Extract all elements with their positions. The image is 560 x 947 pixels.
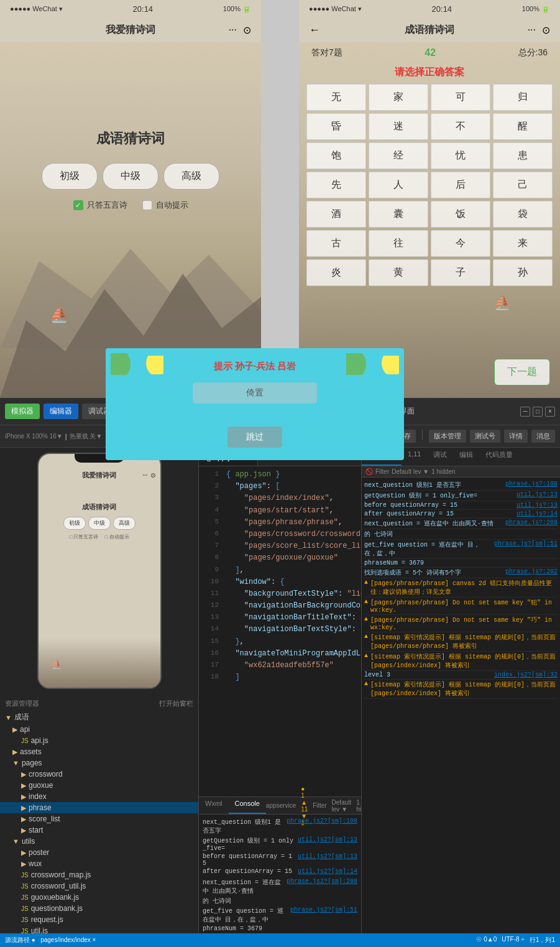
console-tab-edit[interactable]: 编辑: [453, 448, 479, 466]
file-item-apijs[interactable]: JS api.js: [0, 735, 198, 746]
answer-cell-0-2[interactable]: 可: [431, 84, 490, 111]
answer-cell-1-1[interactable]: 迷: [369, 113, 428, 140]
toolbar-simulate-btn[interactable]: 模拟器: [5, 404, 40, 419]
answer-cell-0-1[interactable]: 家: [369, 84, 428, 111]
file-item-crossword-map[interactable]: JS crossword_map.js: [0, 869, 198, 880]
left-nav-more-icon[interactable]: ···: [229, 24, 237, 35]
answer-cell-1-2[interactable]: 不: [431, 113, 490, 140]
answer-cell-4-2[interactable]: 饭: [431, 201, 490, 228]
answer-cell-3-2[interactable]: 后: [431, 172, 490, 198]
bp-link-5[interactable]: phrase.js2?[sm]:208: [287, 878, 357, 885]
file-item-scorelist[interactable]: ▶ score_list: [0, 813, 198, 825]
console-link-5[interactable]: phrase.js?:208: [505, 519, 558, 526]
checkbox-five-poem[interactable]: ✓ 只答五言诗: [73, 200, 127, 211]
file-item-wux[interactable]: ▶ wux: [0, 858, 198, 869]
level-btn-advanced[interactable]: 高级: [163, 163, 219, 190]
toolbar-maximize-icon[interactable]: □: [533, 407, 543, 417]
right-nav-scan-icon[interactable]: ⊙: [542, 24, 550, 36]
file-item-phrase[interactable]: ▶ phrase: [0, 802, 198, 813]
console-link-4[interactable]: util.js?:14: [516, 510, 558, 517]
file-item-pages[interactable]: ▼ pages: [0, 757, 198, 769]
console-tab-11[interactable]: 1,11: [402, 448, 427, 466]
toolbar2-versionmgr-btn[interactable]: 版本管理: [429, 430, 466, 443]
toolbar2-message-btn[interactable]: 消息: [531, 430, 555, 443]
file-item-utiljs[interactable]: JS util.js: [0, 925, 198, 933]
level-btn-beginner[interactable]: 初级: [42, 163, 98, 190]
answer-cell-4-0[interactable]: 酒: [306, 201, 366, 228]
toolbar2-testno-btn[interactable]: 测试号: [470, 430, 500, 443]
console-link-3[interactable]: util.js?:13: [516, 502, 558, 509]
answer-cell-3-3[interactable]: 己: [493, 172, 553, 198]
answer-cell-0-3[interactable]: 归: [493, 84, 553, 111]
file-item-root[interactable]: ▼ 成语: [0, 711, 198, 724]
right-nav-more-icon[interactable]: ···: [528, 24, 536, 35]
bp-link-1[interactable]: phrase.js2?[sm]:198: [287, 818, 357, 825]
answer-cell-0-0[interactable]: 无: [306, 84, 366, 111]
file-item-poster[interactable]: ▶ poster: [0, 847, 198, 858]
bottom-panel-tab-wxml[interactable]: Wxml: [199, 797, 229, 814]
toolbar-close-icon[interactable]: ×: [545, 407, 555, 417]
file-item-index[interactable]: ▶ index: [0, 791, 198, 802]
answer-cell-1-3[interactable]: 醒: [493, 113, 553, 140]
answer-cell-6-3[interactable]: 孙: [493, 259, 553, 286]
bp-link-3[interactable]: util.js2?[sm]:13: [298, 853, 357, 860]
bp-link-2[interactable]: util.js2?[sm]:13: [298, 836, 357, 843]
toolbar2-detail-btn[interactable]: 详情: [504, 430, 528, 443]
preview-nav-more-icon[interactable]: ···: [142, 472, 147, 479]
answer-cell-1-0[interactable]: 昏: [306, 113, 366, 140]
answer-cell-2-2[interactable]: 忧: [431, 142, 490, 169]
bp-link-4[interactable]: util.js2?[sm]:14: [298, 868, 357, 875]
console-defaultlev-dropdown[interactable]: Default lev ▼: [332, 799, 352, 813]
answer-cell-5-2[interactable]: 今: [431, 230, 490, 257]
preview-medium-btn[interactable]: 中级: [88, 517, 111, 530]
hint-skip-button[interactable]: 跳过: [227, 427, 282, 448]
console-link-8[interactable]: phrase.js?:202: [505, 568, 558, 575]
file-item-utils[interactable]: ▼ utils: [0, 836, 198, 847]
console-link-6[interactable]: phrase.js?[sm]:51: [494, 540, 558, 547]
file-item-guoxuebank[interactable]: JS guoxuebank.js: [0, 892, 198, 903]
console-filter-input[interactable]: Filter: [375, 468, 389, 475]
preview-advanced-btn[interactable]: 高级: [113, 517, 135, 530]
file-item-crossword-util[interactable]: JS crossword_util.js: [0, 880, 198, 892]
console-clear-icon[interactable]: 🚫: [365, 468, 373, 475]
toolbar-minimize-icon[interactable]: ─: [520, 407, 530, 417]
file-item-requestjs[interactable]: JS request.js: [0, 914, 198, 925]
answer-cell-5-0[interactable]: 古: [306, 230, 366, 257]
answer-cell-2-0[interactable]: 饱: [306, 142, 366, 169]
answer-cell-2-3[interactable]: 患: [493, 142, 553, 169]
answer-cell-3-1[interactable]: 人: [369, 172, 428, 198]
file-item-questionbank[interactable]: JS questionbank.js: [0, 903, 198, 914]
file-item-crossword[interactable]: ▶ crossword: [0, 769, 198, 780]
answer-cell-3-0[interactable]: 先: [306, 172, 366, 198]
editor-content[interactable]: 1 { app.json } 2 "pages": [ 3 "pages/ind…: [199, 466, 361, 797]
file-tree-open-btn[interactable]: 打开始窗栏: [159, 699, 193, 708]
console-tab-debug[interactable]: 调试: [427, 448, 453, 466]
right-back-icon[interactable]: ←: [309, 24, 320, 37]
console-link-2[interactable]: util.js?:13: [516, 491, 558, 498]
file-item-api[interactable]: ▶ api: [0, 724, 198, 735]
level-btn-medium[interactable]: 中级: [103, 163, 158, 190]
answer-cell-5-1[interactable]: 往: [369, 230, 428, 257]
answer-cell-4-1[interactable]: 囊: [369, 201, 428, 228]
console-level-dropdown[interactable]: Default lev ▼: [392, 468, 429, 475]
answer-cell-6-0[interactable]: 炎: [306, 259, 366, 286]
answer-cell-2-1[interactable]: 经: [369, 142, 428, 169]
checkbox-auto-hint[interactable]: 自动提示: [142, 200, 188, 211]
answer-cell-6-2[interactable]: 子: [431, 259, 490, 286]
preview-beginner-btn[interactable]: 初级: [63, 517, 86, 530]
left-nav-scan-icon[interactable]: ⊙: [243, 24, 251, 36]
file-item-guoxue[interactable]: ▶ guoxue: [0, 780, 198, 791]
console-link-9[interactable]: index.js2?[sm]:32: [494, 672, 558, 678]
bp-link-6[interactable]: phrase.js2?[sm]:51: [290, 907, 357, 913]
preview-nav-scan-icon[interactable]: ⊙: [150, 472, 155, 479]
bottom-panel-tab-console[interactable]: Console: [229, 797, 266, 814]
file-item-start[interactable]: ▶ start: [0, 825, 198, 836]
answer-cell-6-1[interactable]: 黄: [369, 259, 428, 286]
console-tab-codequality[interactable]: 代码质量: [479, 448, 519, 466]
answer-cell-4-3[interactable]: 袋: [493, 201, 553, 228]
toolbar-editor-btn[interactable]: 编辑器: [44, 404, 78, 419]
next-question-button[interactable]: 下一题: [494, 359, 550, 386]
console-link-1[interactable]: phrase.js?:198: [505, 481, 558, 487]
file-item-assets[interactable]: ▶ assets: [0, 746, 198, 757]
answer-cell-5-3[interactable]: 来: [493, 230, 553, 257]
